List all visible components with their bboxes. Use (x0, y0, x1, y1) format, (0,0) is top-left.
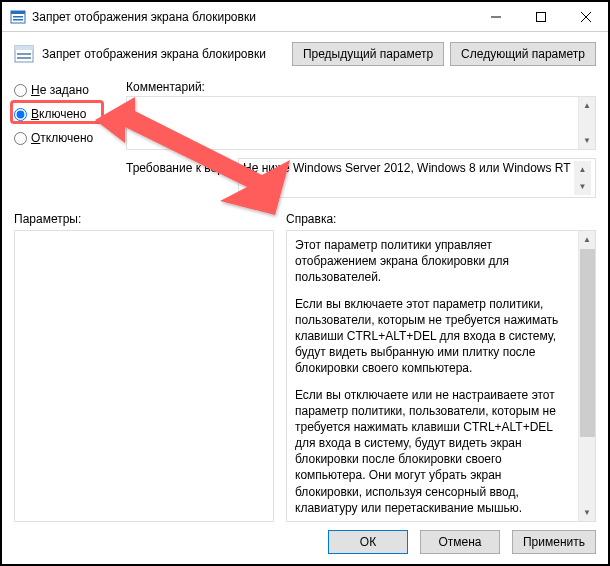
policy-icon (14, 44, 34, 64)
comment-label: Комментарий: (126, 80, 596, 94)
radio-not-configured-input[interactable] (14, 84, 27, 97)
radio-enabled[interactable]: Включено (14, 106, 114, 122)
policy-title: Запрет отображения экрана блокировки (42, 47, 286, 61)
close-button[interactable] (563, 2, 608, 31)
requirement-value: Не ниже Windows Server 2012, Windows 8 и… (243, 161, 574, 195)
requirement-label: Требование к версии: (126, 158, 238, 198)
requirement-scrollbar[interactable]: ▲ ▼ (574, 161, 591, 195)
svg-rect-2 (13, 16, 23, 18)
requirement-field: Не ниже Windows Server 2012, Windows 8 и… (238, 158, 596, 198)
help-scrollbar[interactable]: ▲ ▼ (578, 231, 595, 521)
options-label: Параметры: (14, 212, 274, 226)
radio-disabled[interactable]: Отключено (14, 130, 114, 146)
svg-rect-9 (15, 46, 33, 50)
scroll-up-icon[interactable]: ▲ (574, 161, 591, 178)
options-panel (14, 230, 274, 522)
window-icon (10, 9, 26, 25)
window-title: Запрет отображения экрана блокировки (32, 10, 473, 24)
next-setting-button[interactable]: Следующий параметр (450, 42, 596, 66)
cancel-button[interactable]: Отмена (420, 530, 500, 554)
help-body: Этот параметр политики управляет отображ… (287, 231, 578, 521)
svg-rect-5 (536, 12, 545, 21)
options-body (15, 231, 273, 521)
apply-button[interactable]: Применить (512, 530, 596, 554)
svg-rect-11 (17, 57, 31, 59)
help-text: Если вы включаете этот параметр политики… (295, 296, 570, 377)
svg-rect-10 (17, 53, 31, 55)
scroll-up-icon[interactable]: ▲ (579, 231, 596, 248)
scroll-down-icon[interactable]: ▼ (579, 504, 596, 521)
radio-disabled-input[interactable] (14, 132, 27, 145)
svg-rect-3 (13, 19, 23, 21)
scroll-down-icon[interactable]: ▼ (574, 178, 591, 195)
help-label: Справка: (286, 212, 596, 226)
previous-setting-button[interactable]: Предыдущий параметр (292, 42, 444, 66)
dialog-footer: ОК Отмена Применить (2, 522, 608, 554)
state-radio-group: Не задано Включено Отключено (14, 80, 114, 198)
ok-button[interactable]: ОК (328, 530, 408, 554)
header-row: Запрет отображения экрана блокировки Пре… (14, 42, 596, 66)
minimize-button[interactable] (473, 2, 518, 31)
svg-rect-1 (11, 11, 25, 14)
help-text: Если вы отключаете или не настраиваете э… (295, 387, 570, 517)
scroll-up-icon[interactable]: ▲ (579, 97, 596, 114)
comment-field-wrap: ▲ ▼ (126, 96, 596, 150)
maximize-button[interactable] (518, 2, 563, 31)
scrollbar-thumb[interactable] (580, 249, 595, 437)
comment-scrollbar[interactable]: ▲ ▼ (578, 97, 595, 149)
titlebar: Запрет отображения экрана блокировки (2, 2, 608, 32)
help-panel: Этот параметр политики управляет отображ… (286, 230, 596, 522)
help-text: Этот параметр политики управляет отображ… (295, 237, 570, 286)
scroll-down-icon[interactable]: ▼ (579, 132, 596, 149)
radio-enabled-input[interactable] (14, 108, 27, 121)
comment-input[interactable] (127, 97, 578, 149)
radio-not-configured[interactable]: Не задано (14, 82, 114, 98)
